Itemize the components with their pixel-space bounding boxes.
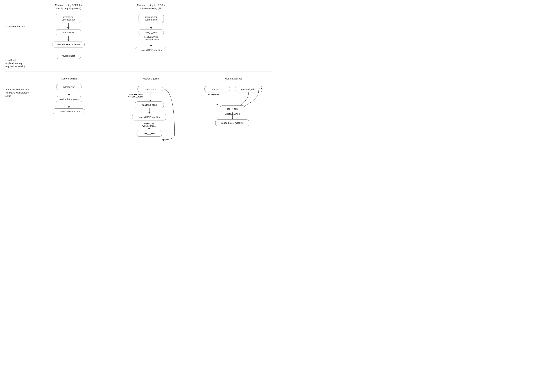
top-col1-flow: myprog.sar userdata.sar loadmache: [52, 14, 85, 59]
svg-text:LoadSEEWorld: LoadSEEWorld: [206, 93, 219, 96]
arrow-line: [69, 103, 69, 106]
general-flow: hardserver postload-<custom> Loaded SEE …: [53, 84, 85, 114]
method1-col: Method 1 (glibc) hardserver LoadSEEWorld…: [113, 77, 190, 174]
load-host-label: Load hostapplication (onlyrequired for s…: [5, 59, 31, 68]
arrow-line: [69, 90, 69, 94]
top-col2-arrow2: LoadSEEWorldCreateSEEWorld: [144, 36, 159, 47]
general-postload-box: postload-<custom>: [56, 96, 82, 102]
arrow-line: [151, 41, 151, 45]
top-col2: Machines using the POSIXruntime (requiri…: [113, 4, 189, 68]
top-col1-arrow1: [67, 23, 70, 29]
top-col2-title: Machines using the POSIXruntime (requiri…: [137, 4, 165, 10]
arrow-head: [68, 106, 70, 108]
general-hardserver-box: hardserver: [56, 84, 82, 90]
svg-marker-10: [148, 112, 150, 114]
svg-marker-26: [216, 104, 218, 105]
load-see-label: Load SEE machine: [5, 25, 31, 28]
top-col2-loaded-box: Loaded SEE machine: [135, 47, 167, 53]
top-col1: Machines using SEEJobsdirectly (requirin…: [31, 4, 106, 68]
arrow-head: [150, 45, 152, 47]
svg-marker-16: [148, 128, 150, 130]
bottom-section: Autoload SEE machineconfigure with loads…: [5, 77, 272, 174]
arrow-line: [68, 23, 69, 27]
arrow-head: [67, 40, 70, 41]
method2-col: Method 2 (glibc) hardserver postload_gli…: [195, 77, 272, 174]
svg-text:LoadSEEWorld: LoadSEEWorld: [129, 93, 142, 96]
general-outline-col: General outline hardserver postload-<cus…: [31, 77, 107, 174]
arrow-line: [151, 23, 151, 27]
method1-svg: hardserver LoadSEEWorld CreateSEEWorld p…: [122, 84, 180, 174]
top-col2-sar-line1: myprog.sar: [145, 16, 157, 18]
bottom-diagrams: General outline hardserver postload-<cus…: [31, 77, 272, 174]
top-col1-title: Machines using SEEJobsdirectly (requirin…: [55, 4, 82, 10]
svg-marker-17: [162, 139, 164, 141]
row-labels-col: Load SEE machine Load hostapplication (o…: [5, 4, 31, 68]
arrow-head: [150, 27, 152, 29]
top-diagrams: Machines using SEEJobsdirectly (requirin…: [31, 4, 272, 68]
general-arrow2: [68, 103, 70, 108]
arrow-head: [67, 27, 70, 29]
svg-text:hardserver: hardserver: [212, 88, 223, 91]
top-col1-loadmache-box: loadmache: [56, 29, 81, 35]
top-col2-sar-line2: userdata.sar: [145, 18, 158, 21]
svg-text:CreateSEEWorld: CreateSEEWorld: [128, 96, 143, 98]
diagram-page: { "top": { "col1": { "title": "Machines …: [0, 0, 277, 177]
autoload-label: Autoload SEE machineconfigure with loads…: [5, 88, 31, 98]
top-col2-arrow1: [150, 23, 152, 29]
top-col1-sar-box: myprog.sar userdata.sar: [56, 14, 81, 23]
general-arrow1: [68, 90, 70, 96]
svg-marker-6: [149, 100, 151, 101]
arrow-line: [68, 36, 69, 40]
top-col1-loaded-box: Loaded SEE machine: [52, 42, 85, 48]
top-col2-sar-box: myprog.sar userdata.sar: [139, 14, 164, 23]
top-col2-flow: myprog.sar userdata.sar see_*_serv LoadS…: [135, 14, 167, 53]
svg-text:postload_glibc: postload_glibc: [142, 104, 157, 106]
svg-text:Loaded SEE machine: Loaded SEE machine: [221, 122, 244, 124]
top-col1-myprog-host-box: myprog-host: [56, 53, 81, 59]
top-col1-arrow2: [67, 36, 70, 41]
svg-text:see_*_serv: see_*_serv: [143, 132, 155, 135]
arrow-head: [68, 94, 70, 96]
bottom-row-label-col: Autoload SEE machineconfigure with loads…: [5, 77, 31, 174]
svg-marker-33: [231, 118, 234, 119]
svg-text:postload_glibc: postload_glibc: [241, 88, 256, 91]
method1-title: Method 1 (glibc): [143, 77, 159, 80]
svg-text:see_*_serv: see_*_serv: [227, 107, 238, 110]
top-col2-serv-box: see_*_serv: [139, 29, 164, 35]
top-col1-sar-line1: myprog.sar: [63, 16, 74, 18]
general-outline-title: General outline: [61, 77, 77, 80]
svg-text:Loaded SEE machine: Loaded SEE machine: [138, 116, 161, 119]
top-col1-sar-line2: userdata.sar: [62, 18, 75, 21]
top-section: Load SEE machine Load hostapplication (o…: [5, 4, 272, 72]
svg-text:hardserver: hardserver: [145, 88, 156, 91]
top-col2-arrow-label: LoadSEEWorldCreateSEEWorld: [144, 36, 159, 41]
general-loaded-box: Loaded SEE machine: [53, 108, 85, 114]
method2-title: Method 2 (glibc): [225, 77, 242, 80]
method2-svg: hardserver postload_glibc LoadSEEWorld s…: [203, 84, 264, 156]
